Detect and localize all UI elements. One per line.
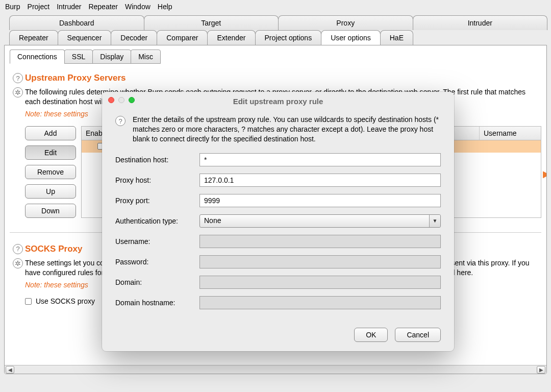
gear-icon[interactable]: ✲ [13,87,23,97]
gear-icon[interactable]: ✲ [13,258,23,268]
help-icon[interactable]: ? [115,116,126,126]
tab-project-options[interactable]: Project options [255,30,322,45]
auth-type-value: None [204,216,221,225]
proxy-host-label: Proxy host: [115,176,199,184]
domain-label: Domain: [115,278,199,286]
help-icon[interactable]: ? [13,73,23,83]
remove-button[interactable]: Remove [25,165,76,179]
tab-decoder[interactable]: Decoder [111,30,157,45]
password-label: Password: [115,258,199,266]
scroll-track[interactable] [15,366,536,373]
username-input [199,235,441,248]
close-icon[interactable] [108,97,114,103]
menu-window[interactable]: Window [125,3,151,11]
auth-type-label: Authentication type: [115,217,199,225]
subtab-connections[interactable]: Connections [10,50,65,64]
tab-user-options[interactable]: User options [321,30,381,45]
menu-help[interactable]: Help [158,3,172,11]
menu-repeater[interactable]: Repeater [88,3,118,11]
domain-input [199,276,441,289]
zoom-icon[interactable] [129,97,135,103]
subtab-display[interactable]: Display [92,50,131,64]
use-socks-checkbox[interactable] [25,298,32,305]
edit-button[interactable]: Edit [25,145,76,160]
cancel-button[interactable]: Cancel [395,328,441,342]
expand-caret-icon[interactable]: ▶ [543,168,547,180]
dest-host-input[interactable] [199,153,441,166]
tab-target[interactable]: Target [144,15,279,30]
th-user[interactable]: Username [480,127,541,140]
minimize-icon [118,97,124,103]
menubar[interactable]: Burp Project Intruder Repeater Window He… [0,0,551,13]
up-button[interactable]: Up [25,184,76,199]
tab-hae[interactable]: HaE [380,30,413,45]
user-options-subtabs: Connections SSL Display Misc [10,50,541,64]
tab-repeater[interactable]: Repeater [9,30,58,45]
tab-intruder[interactable]: Intruder [413,15,548,30]
dialog-help-text: Enter the details of the upstream proxy … [133,115,441,144]
auth-type-select[interactable]: None ▼ [199,214,441,228]
tab-dashboard[interactable]: Dashboard [9,15,144,30]
menu-burp[interactable]: Burp [5,3,20,11]
username-label: Username: [115,237,199,246]
ok-button[interactable]: OK [354,328,388,342]
password-input [199,255,441,268]
proxy-port-label: Proxy port: [115,197,199,205]
tab-extender[interactable]: Extender [207,30,255,45]
proxy-port-input[interactable] [199,194,441,207]
down-button[interactable]: Down [25,204,76,218]
domain-hostname-label: Domain hostname: [115,299,199,307]
dest-host-label: Destination host: [115,156,199,164]
tab-sequencer[interactable]: Sequencer [58,30,112,45]
tab-proxy[interactable]: Proxy [278,15,413,30]
window-controls [108,97,135,103]
main-tabs: Dashboard Target Proxy Intruder Repeater… [0,13,551,45]
subtab-ssl[interactable]: SSL [64,50,93,64]
domain-hostname-input [199,296,441,309]
upstream-buttons: Add Edit Remove Up Down [25,126,76,218]
scroll-right-icon[interactable]: ▶ [537,366,545,374]
edit-upstream-dialog: Edit upstream proxy rule ? Enter the det… [102,92,454,351]
add-button[interactable]: Add [25,126,76,140]
chevron-down-icon: ▼ [429,215,440,227]
proxy-host-input[interactable] [199,174,441,187]
use-socks-label: Use SOCKS proxy [36,297,95,305]
dialog-title: Edit upstream proxy rule [102,92,454,110]
scroll-left-icon[interactable]: ◀ [6,366,14,374]
tab-comparer[interactable]: Comparer [157,30,208,45]
menu-project[interactable]: Project [28,3,50,11]
help-icon[interactable]: ? [13,244,23,254]
horizontal-scrollbar[interactable]: ◀ ▶ [5,365,546,374]
subtab-misc[interactable]: Misc [131,50,161,64]
dialog-title-text: Edit upstream proxy rule [233,97,323,106]
section-heading-upstream: Upstream Proxy Servers [25,73,541,83]
menu-intruder[interactable]: Intruder [57,3,81,11]
